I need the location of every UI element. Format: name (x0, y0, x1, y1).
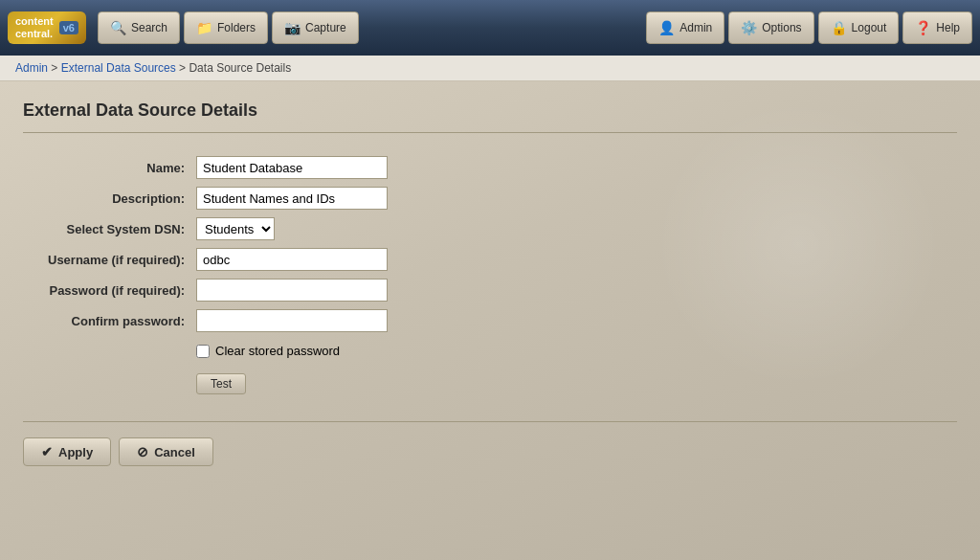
username-input[interactable] (196, 248, 388, 271)
password-row: Password (if required): (42, 275, 393, 305)
breadcrumb-external-data-sources[interactable]: External Data Sources (61, 61, 176, 75)
logout-icon: 🔒 (831, 20, 847, 35)
help-label: Help (936, 21, 960, 34)
admin-icon: 👤 (658, 20, 675, 35)
search-label: Search (131, 21, 167, 34)
help-icon: ❓ (915, 20, 931, 35)
confirm-password-input[interactable] (196, 309, 388, 332)
confirm-password-label: Confirm password: (42, 305, 190, 336)
help-button[interactable]: ❓ Help (902, 11, 972, 44)
name-row: Name: (42, 152, 393, 183)
folders-icon: 📁 (196, 20, 212, 35)
dsn-row: Select System DSN: Students (42, 213, 393, 244)
username-label: Username (if required): (42, 244, 190, 275)
apply-button[interactable]: ✔ Apply (23, 437, 111, 466)
clear-password-label: Clear stored password (215, 344, 340, 358)
capture-button[interactable]: 📷 Capture (272, 11, 359, 44)
capture-icon: 📷 (284, 20, 301, 35)
app-logo: content central. v6 (8, 11, 86, 44)
logo-version: v6 (59, 21, 78, 34)
search-button[interactable]: 🔍 Search (98, 11, 180, 44)
folders-button[interactable]: 📁 Folders (184, 11, 268, 44)
logo-text-line1: content (15, 15, 54, 28)
logo-text-line2: central. (15, 28, 54, 40)
bottom-divider (23, 421, 957, 422)
options-label: Options (762, 21, 801, 34)
page-title: External Data Source Details (23, 101, 957, 121)
cancel-icon: ⊘ (137, 444, 148, 459)
clear-password-row: Clear stored password (42, 336, 393, 366)
admin-button[interactable]: 👤 Admin (646, 11, 724, 44)
main-content: External Data Source Details Name: Descr… (0, 81, 980, 560)
dsn-select[interactable]: Students (196, 217, 275, 240)
bottom-buttons: ✔ Apply ⊘ Cancel (23, 437, 957, 466)
search-icon: 🔍 (110, 20, 126, 35)
apply-label: Apply (58, 445, 93, 459)
data-source-form: Name: Description: Select System DSN: St… (42, 152, 393, 398)
description-row: Description: (42, 183, 393, 213)
breadcrumb-sep2: > (176, 61, 189, 75)
logout-button[interactable]: 🔒 Logout (818, 11, 900, 44)
name-input[interactable] (196, 156, 388, 179)
options-icon: ⚙️ (741, 20, 757, 35)
apply-icon: ✔ (41, 444, 53, 459)
description-label: Description: (42, 183, 190, 213)
breadcrumb: Admin > External Data Sources > Data Sou… (0, 56, 980, 81)
clear-password-container: Clear stored password (196, 340, 388, 362)
clear-password-checkbox[interactable] (196, 345, 210, 358)
test-button[interactable]: Test (196, 373, 246, 394)
dsn-label: Select System DSN: (42, 213, 190, 244)
breadcrumb-admin[interactable]: Admin (15, 61, 48, 75)
username-row: Username (if required): (42, 244, 393, 275)
password-label: Password (if required): (42, 275, 190, 305)
folders-label: Folders (217, 21, 256, 34)
breadcrumb-sep1: > (48, 61, 61, 75)
description-input[interactable] (196, 187, 388, 210)
admin-label: Admin (679, 21, 712, 34)
test-row: Test (42, 366, 393, 398)
capture-label: Capture (305, 21, 346, 34)
name-label: Name: (42, 152, 190, 183)
logout-label: Logout (852, 21, 887, 34)
top-divider (23, 132, 957, 133)
password-input[interactable] (196, 279, 388, 302)
cancel-button[interactable]: ⊘ Cancel (119, 437, 213, 466)
confirm-password-row: Confirm password: (42, 305, 393, 336)
top-navigation: content central. v6 🔍 Search 📁 Folders 📷… (0, 0, 980, 56)
cancel-label: Cancel (154, 445, 195, 459)
breadcrumb-current: Data Source Details (189, 61, 291, 75)
options-button[interactable]: ⚙️ Options (728, 11, 813, 44)
